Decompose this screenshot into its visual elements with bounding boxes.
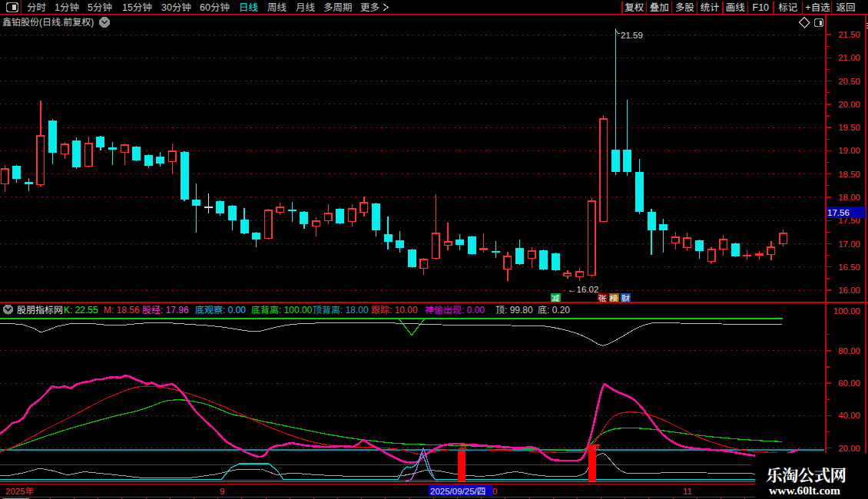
svg-text:顶: 99.80: 顶: 99.80 bbox=[495, 302, 533, 316]
svg-text:1分钟: 1分钟 bbox=[55, 0, 79, 14]
svg-text:画线: 画线 bbox=[726, 0, 746, 14]
svg-text:股朋指标网: 股朋指标网 bbox=[17, 302, 63, 316]
svg-text:20.00: 20.00 bbox=[838, 97, 860, 110]
svg-text:M: 18.56: M: 18.56 bbox=[104, 302, 140, 316]
svg-text:分时: 分时 bbox=[27, 0, 47, 14]
svg-text:17.00: 17.00 bbox=[838, 237, 860, 250]
svg-text:www.60lt.com: www.60lt.com bbox=[769, 481, 840, 497]
svg-text:21.59: 21.59 bbox=[621, 28, 643, 41]
svg-text:11: 11 bbox=[683, 484, 692, 497]
svg-text:多股: 多股 bbox=[675, 0, 695, 14]
svg-text:18.50: 18.50 bbox=[838, 167, 860, 180]
svg-text:16.50: 16.50 bbox=[838, 260, 860, 273]
svg-text:15分钟: 15分钟 bbox=[122, 0, 152, 14]
svg-text:鑫铂股份(日线.前复权): 鑫铂股份(日线.前复权) bbox=[2, 15, 94, 28]
svg-text:16.00: 16.00 bbox=[838, 283, 860, 296]
svg-text:底: 0.20: 底: 0.20 bbox=[538, 302, 570, 316]
svg-text:20.00: 20.00 bbox=[838, 441, 860, 454]
svg-text:底观察: 0.00: 底观察: 0.00 bbox=[195, 302, 246, 316]
svg-text:周线: 周线 bbox=[267, 0, 287, 14]
svg-text:月线: 月线 bbox=[296, 0, 316, 14]
svg-text:返回: 返回 bbox=[836, 0, 855, 14]
svg-text:F10: F10 bbox=[753, 0, 770, 14]
svg-text:底: 底 bbox=[460, 441, 468, 451]
svg-text:K: 22.55: K: 22.55 bbox=[64, 302, 98, 316]
svg-text:80.00: 80.00 bbox=[838, 344, 860, 356]
svg-text:+自选: +自选 bbox=[805, 0, 830, 14]
svg-text:更多: 更多 bbox=[360, 0, 379, 14]
svg-text:2025/09/25/四: 2025/09/25/四 bbox=[430, 484, 485, 497]
svg-text:60分钟: 60分钟 bbox=[200, 0, 230, 14]
svg-text:30分钟: 30分钟 bbox=[161, 0, 191, 14]
svg-text:2025年: 2025年 bbox=[5, 484, 34, 497]
svg-text:9: 9 bbox=[220, 484, 224, 497]
svg-text:复权: 复权 bbox=[624, 0, 644, 14]
svg-text:20.50: 20.50 bbox=[838, 74, 860, 87]
svg-text:标记: 标记 bbox=[778, 0, 798, 14]
svg-text:19.00: 19.00 bbox=[838, 144, 860, 156]
svg-text:多周期: 多周期 bbox=[323, 0, 353, 14]
svg-text:←16.02: ←16.02 bbox=[568, 283, 598, 295]
svg-text:底背离: 100.00: 底背离: 100.00 bbox=[251, 302, 313, 316]
svg-text:日线: 日线 bbox=[239, 0, 259, 14]
svg-text:跟踪: 10.00: 跟踪: 10.00 bbox=[371, 302, 418, 316]
svg-text:底: 底 bbox=[593, 441, 601, 452]
svg-text:叠加: 叠加 bbox=[650, 0, 669, 14]
svg-text:18.00: 18.00 bbox=[838, 190, 860, 203]
svg-text:100.00: 100.00 bbox=[833, 304, 860, 316]
svg-text:21.50: 21.50 bbox=[838, 28, 860, 40]
svg-text:21.00: 21.00 bbox=[838, 51, 860, 63]
svg-text:神偷出现: 0.00: 神偷出现: 0.00 bbox=[425, 302, 485, 316]
svg-text:60.00: 60.00 bbox=[838, 376, 860, 388]
svg-text:17.56: 17.56 bbox=[827, 206, 850, 218]
svg-text:5分钟: 5分钟 bbox=[88, 0, 112, 14]
svg-text:统计: 统计 bbox=[701, 0, 720, 14]
svg-text:股经: 17.96: 股经: 17.96 bbox=[142, 302, 189, 316]
svg-text:40.00: 40.00 bbox=[838, 408, 860, 421]
svg-text:0: 0 bbox=[492, 484, 497, 497]
svg-text:顶背离: 18.00: 顶背离: 18.00 bbox=[313, 302, 369, 316]
svg-text:19.50: 19.50 bbox=[838, 121, 860, 133]
